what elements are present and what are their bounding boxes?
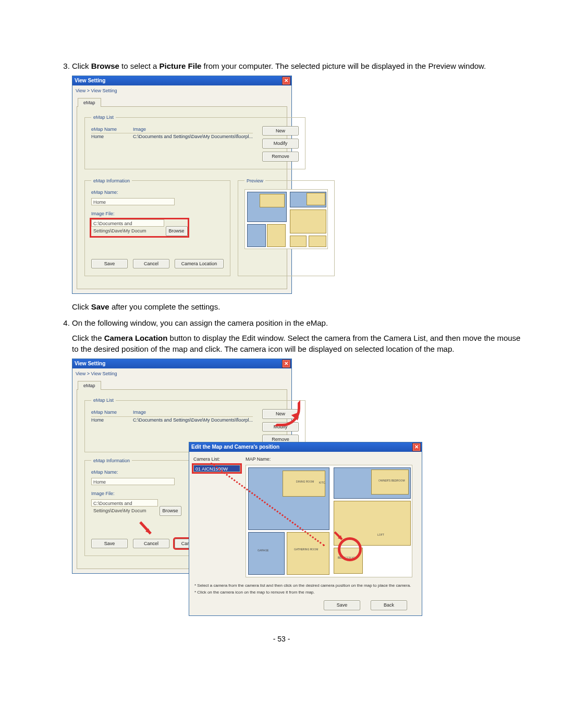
save-button[interactable]: Save (91, 539, 128, 549)
preview-fieldset: Preview (238, 178, 335, 277)
camera-location-button[interactable]: Camera Location (175, 259, 224, 269)
edit-note-2: * Click on the camera icon on the map to… (194, 589, 417, 595)
fp-loft-label: LOFT (377, 533, 384, 537)
edit-save-button[interactable]: Save (324, 600, 360, 610)
flow-arrow-icon (274, 400, 300, 426)
breadcrumb: View > View Setting (72, 368, 291, 380)
step4-text-b-a: Click the (72, 334, 104, 342)
tab-emap[interactable]: eMap (78, 98, 101, 107)
save-button[interactable]: Save (91, 259, 128, 269)
view-setting-window-1: View Setting ✕ View > View Setting eMap … (72, 76, 292, 294)
browse-button[interactable]: Browse (160, 506, 181, 516)
lbl-camera-list: Camera List: (193, 456, 241, 463)
page-number: - 53 - (42, 635, 521, 643)
col-name: eMap Name (91, 126, 133, 133)
image-file-field[interactable]: C:\Documents and Settings\Dave\My Docum (91, 499, 158, 507)
col-image: Image (133, 409, 253, 416)
step3-text-a: Click (72, 61, 91, 70)
col-name: eMap Name (91, 409, 133, 416)
step3-after-b: Save (91, 302, 109, 311)
emap-info-fieldset: eMap Information eMap Name: Home Image F… (84, 178, 230, 277)
titlebar: Edit the Map and Camera's position ✕ (189, 442, 422, 452)
emap-name-field[interactable]: Home (91, 478, 175, 485)
close-icon[interactable]: ✕ (282, 360, 290, 368)
close-icon[interactable]: ✕ (412, 443, 421, 451)
step3-after-c: after you complete the settings. (109, 302, 221, 311)
lbl-emap-name: eMap Name: (91, 189, 224, 196)
cancel-button[interactable]: Cancel (133, 539, 169, 549)
step-4: On the following window, you can assign … (72, 317, 521, 614)
titlebar: View Setting ✕ (72, 76, 291, 85)
cancel-button[interactable]: Cancel (133, 259, 169, 269)
preview-legend: Preview (244, 178, 265, 184)
browse-button[interactable]: Browse (166, 226, 188, 236)
close-icon[interactable]: ✕ (282, 77, 290, 85)
emap-list-legend: eMap List (91, 397, 116, 404)
step3-text-c: to select a (119, 61, 160, 70)
fp-owner-label: OWNER'S BEDROOM (378, 479, 405, 483)
step3-after-a: Click (72, 302, 91, 311)
remove-button[interactable]: Remove (262, 152, 299, 162)
emap-list-legend: eMap List (91, 114, 116, 121)
tab-emap[interactable]: eMap (78, 381, 101, 390)
step4-text-a: On the following window, you can assign … (72, 317, 521, 328)
lbl-image-file: Image File: (91, 211, 224, 217)
emap-list-fieldset: eMap List eMap Name Image Home C:\Docume… (84, 114, 305, 169)
window-title: View Setting (75, 360, 105, 367)
step3-text-b: Browse (91, 61, 119, 70)
new-button[interactable]: New (262, 126, 299, 136)
step3-text-d: Picture File (160, 61, 202, 70)
instruction-list: Click Browse to select a Picture File fr… (42, 60, 521, 614)
emap-info-legend: eMap Information (91, 458, 132, 464)
step3-text-e: from your computer. The selected picture… (201, 61, 486, 70)
edit-back-button[interactable]: Back (371, 600, 407, 610)
fp-kitc-label: KITC. (319, 481, 326, 485)
window-title: View Setting (75, 77, 105, 84)
edit-note-1: * Select a camera from the camera list a… (194, 583, 417, 588)
list-item[interactable]: Home C:\Documents and Settings\Dave\My D… (91, 133, 253, 140)
emap-info-legend: eMap Information (91, 178, 132, 184)
list-item[interactable]: Home C:\Documents and Settings\Dave\My D… (91, 417, 253, 424)
step4-text-b-b: Camera Location (104, 334, 168, 342)
window-title: Edit the Map and Camera's position (191, 443, 279, 451)
drop-arrow-icon (334, 531, 345, 542)
pointer-arrow-icon (138, 521, 156, 539)
preview-floorplan (244, 189, 328, 249)
fp-garage-label: GARAGE (258, 549, 268, 552)
emap-name-field[interactable]: Home (91, 198, 175, 205)
modify-button[interactable]: Modify (262, 139, 299, 149)
fp-dining-label: DINING ROOM (296, 480, 314, 484)
breadcrumb: View > View Setting (72, 85, 291, 97)
fp-gathering-label: GATHERING ROOM (294, 548, 318, 551)
image-file-field[interactable]: C:\Documents and Settings\Dave\My Docum (91, 219, 164, 227)
lbl-map-name: MAP Name: (246, 456, 418, 463)
edit-map-window: Edit the Map and Camera's position ✕ Cam… (189, 442, 422, 616)
col-image: Image (133, 126, 253, 133)
titlebar: View Setting ✕ (72, 359, 291, 368)
step-3: Click Browse to select a Picture File fr… (72, 60, 521, 312)
edit-floorplan[interactable]: DINING ROOM KITC. GARAGE GATHERING ROOM … (246, 465, 412, 577)
